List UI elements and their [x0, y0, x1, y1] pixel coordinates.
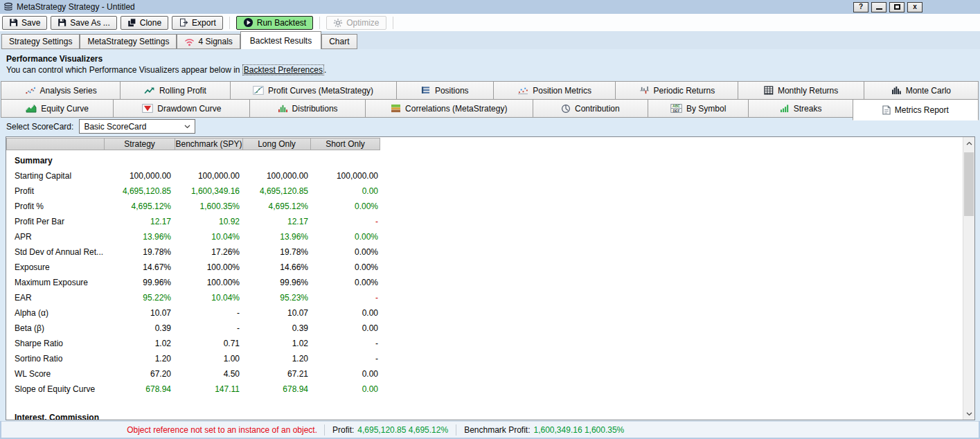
- periodic-returns-icon: [639, 86, 650, 95]
- visualizer-tab-streaks[interactable]: Streaks: [748, 99, 853, 118]
- benchmark-profit-value: 1,600,349.16 1,600.35%: [534, 425, 625, 435]
- column-header-benchmark-spy[interactable]: Benchmark (SPY): [175, 138, 243, 150]
- metric-value: 10.07: [105, 308, 176, 318]
- metric-value: 1.00: [176, 354, 244, 364]
- scroll-down-button[interactable]: [963, 408, 974, 420]
- tab-strategy-settings-label: Strategy Settings: [9, 37, 72, 46]
- visualizer-tab-streaks-label: Streaks: [794, 104, 822, 114]
- save-as-button[interactable]: Save As ...: [51, 16, 116, 30]
- visualizer-tab-drawdown-curve-label: Drawdown Curve: [157, 104, 221, 114]
- by-symbol-icon: ABCDEF: [670, 104, 682, 113]
- visualizer-tab-analysis-series[interactable]: Analysis Series: [1, 81, 121, 100]
- table-spacer: [6, 397, 974, 410]
- clone-button[interactable]: Clone: [121, 16, 168, 30]
- tab-metastrategy-settings[interactable]: MetaStrategy Settings: [80, 34, 177, 49]
- metric-value: 12.17: [244, 217, 313, 226]
- maximize-button[interactable]: [889, 2, 905, 12]
- metric-label: Profit Per Bar: [6, 217, 105, 226]
- metric-label: Summary: [6, 156, 105, 165]
- tab-4-signals[interactable]: 4 Signals: [177, 34, 240, 49]
- svg-text:ABC: ABC: [672, 104, 680, 108]
- visualizer-tab-monthly-returns[interactable]: Monthly Returns: [738, 81, 864, 100]
- metric-value: 0.00%: [313, 201, 383, 211]
- tab-strategy-settings[interactable]: Strategy Settings: [1, 34, 80, 49]
- visualizer-tab-equity-curve-label: Equity Curve: [41, 104, 89, 114]
- metric-label: Beta (β): [6, 323, 105, 333]
- help-button[interactable]: ?: [853, 2, 868, 12]
- scroll-up-button[interactable]: [963, 137, 974, 149]
- minimize-icon: [876, 8, 882, 10]
- table-row: Profit %4,695.12%1,600.35%4,695.12%0.00%: [6, 199, 974, 214]
- visualizer-tab-monte-carlo[interactable]: Monte Carlo: [864, 81, 979, 100]
- metric-label: Profit: [6, 186, 105, 196]
- visualizer-row-1: Analysis SeriesRolling ProfitProfit Curv…: [1, 81, 979, 100]
- column-header-long-only[interactable]: Long Only: [242, 138, 311, 150]
- toolbar-separator: [393, 17, 393, 29]
- visualizer-tab-drawdown-curve[interactable]: Drawdown Curve: [113, 99, 250, 118]
- export-button[interactable]: Export: [172, 16, 223, 30]
- metric-value: 1.20: [105, 354, 176, 364]
- monte-carlo-icon: [891, 86, 902, 95]
- metric-label: Sortino Ratio: [6, 354, 105, 364]
- metric-label: Std Dev of Annual Ret...: [6, 247, 105, 257]
- metric-value: 1.02: [244, 339, 313, 348]
- visualizer-tab-correlations-metastrategy[interactable]: Correlations (MetaStrategy): [365, 99, 533, 118]
- metric-value: 10.04%: [176, 293, 244, 303]
- save-as-button-label: Save As ...: [70, 18, 109, 28]
- metric-value: 100,000.00: [105, 171, 176, 181]
- metric-value: 99.96%: [105, 278, 176, 287]
- window-title: MetaStrategy Strategy - Untitled: [17, 2, 850, 12]
- visualizer-tab-position-metrics[interactable]: Position Metrics: [493, 81, 616, 100]
- run-backtest-button[interactable]: Run Backtest: [236, 16, 313, 30]
- save-button[interactable]: Save: [2, 16, 47, 30]
- column-header-blank[interactable]: [6, 138, 105, 150]
- export-icon: [179, 18, 188, 27]
- metric-label: Sharpe Ratio: [6, 339, 105, 348]
- title-bar: MetaStrategy Strategy - Untitled ?x: [0, 0, 980, 14]
- table-row: Sortino Ratio1.201.001.20-: [6, 351, 974, 366]
- visualizer-tab-by-symbol[interactable]: ABCDEFBy Symbol: [648, 99, 749, 118]
- scorecard-dropdown[interactable]: Basic ScoreCard: [79, 119, 195, 134]
- table-row: Interest, Commission: [6, 410, 974, 420]
- visualizer-tab-grid: Analysis SeriesRolling ProfitProfit Curv…: [1, 81, 979, 118]
- distributions-icon: [278, 104, 288, 113]
- visualizer-tab-periodic-returns[interactable]: Periodic Returns: [615, 81, 738, 100]
- table-row: Summary: [6, 153, 974, 168]
- metric-value: 147.11: [176, 384, 244, 394]
- visualizer-tab-profit-curves-metastrategy[interactable]: Profit Curves (MetaStrategy): [230, 81, 397, 100]
- tab-chart[interactable]: Chart: [321, 34, 357, 49]
- profit-value: 4,695,120.85 4,695.12%: [357, 425, 448, 435]
- visualizer-tab-equity-curve[interactable]: Equity Curve: [1, 99, 114, 118]
- scrollbar-thumb[interactable]: [964, 152, 974, 216]
- minimize-button[interactable]: [871, 2, 887, 12]
- performance-visualizers-heading: Performance Visualizers: [6, 54, 103, 64]
- metric-value: 678.94: [105, 384, 176, 394]
- metric-value: 100.00%: [176, 262, 244, 272]
- metric-value: 67.21: [244, 369, 313, 379]
- visualizer-tab-metrics-report[interactable]: Metrics Report: [853, 99, 979, 120]
- column-header-short-only[interactable]: Short Only: [310, 138, 380, 150]
- close-button[interactable]: x: [907, 2, 923, 12]
- run-icon: [243, 17, 253, 28]
- tab-backtest-results[interactable]: Backtest Results: [240, 31, 321, 49]
- visualizer-tab-periodic-returns-label: Periodic Returns: [654, 86, 715, 96]
- metric-label: EAR: [6, 293, 105, 303]
- metric-label: Profit %: [6, 201, 105, 211]
- visualizer-tab-rolling-profit[interactable]: Rolling Profit: [120, 81, 230, 100]
- metric-value: 0.00%: [313, 278, 383, 287]
- status-benchmark-section: Benchmark Profit: 1,600,349.16 1,600.35%: [456, 425, 632, 435]
- column-header-strategy[interactable]: Strategy: [104, 138, 175, 150]
- vertical-scrollbar[interactable]: [963, 137, 974, 420]
- visualizer-tab-positions[interactable]: Positions: [396, 81, 494, 100]
- metric-value: 0.00: [313, 308, 383, 318]
- table-row: Alpha (α)10.07-10.070.00: [6, 305, 974, 321]
- metric-value: 0.00: [313, 186, 383, 196]
- status-bar: Object reference not set to an instance …: [1, 421, 979, 438]
- metric-value: 1.02: [105, 339, 176, 348]
- visualizer-tab-contribution[interactable]: Contribution: [533, 99, 648, 118]
- visualizer-tab-distributions[interactable]: Distributions: [249, 99, 365, 118]
- run-backtest-button-label: Run Backtest: [257, 18, 306, 28]
- backtest-preferences-link[interactable]: Backtest Preferences: [242, 64, 324, 75]
- metric-value: 0.00: [313, 323, 383, 333]
- metric-value: 1,600.35%: [176, 201, 244, 211]
